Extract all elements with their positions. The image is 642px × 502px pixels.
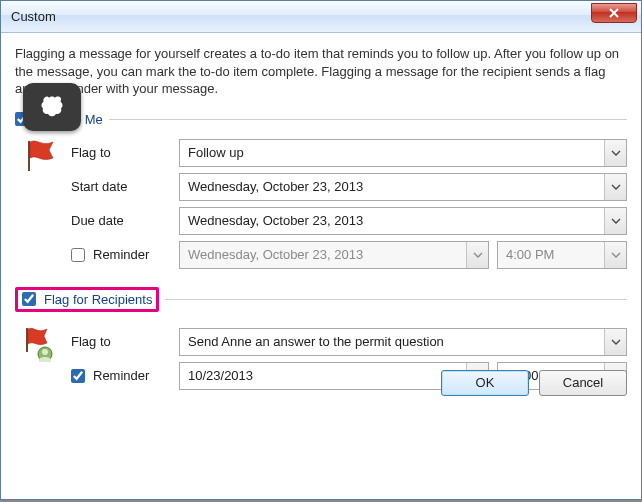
start-date-label: Start date (71, 179, 179, 194)
start-date-value: Wednesday, October 23, 2013 (180, 174, 604, 200)
reminder-me-label: Reminder (93, 247, 149, 262)
chevron-down-icon (611, 218, 621, 224)
flag-to-label-me: Flag to (71, 145, 179, 160)
flag-to-combo-me[interactable]: Follow up (179, 139, 627, 167)
divider (165, 299, 627, 300)
cancel-button[interactable]: Cancel (539, 370, 627, 396)
flag-recipients-icon-area (19, 322, 63, 396)
reminder-me-date-value: Wednesday, October 23, 2013 (180, 242, 466, 268)
dropdown-arrow[interactable] (604, 208, 626, 234)
dropdown-arrow[interactable] (604, 329, 626, 355)
flag-to-value-me: Follow up (180, 140, 604, 166)
reminder-rec-date-value: 10/23/2013 (180, 363, 466, 389)
chevron-down-icon (611, 150, 621, 156)
close-icon (608, 7, 620, 19)
description-text: Flagging a message for yourself creates … (15, 45, 627, 98)
flag-to-label-rec: Flag to (71, 334, 179, 349)
window-title: Custom (11, 9, 591, 24)
start-date-combo[interactable]: Wednesday, October 23, 2013 (179, 173, 627, 201)
ok-button[interactable]: OK (441, 370, 529, 396)
reminder-me-checkbox[interactable] (71, 248, 85, 262)
section-header-flag-recipients: Flag for Recipients (15, 283, 627, 316)
dropdown-arrow[interactable] (604, 140, 626, 166)
titlebar: Custom (1, 1, 641, 33)
chevron-down-icon (611, 252, 621, 258)
flag-to-combo-rec[interactable]: Send Anne an answer to the permit questi… (179, 328, 627, 356)
chevron-down-icon (473, 252, 483, 258)
highlight-box: Flag for Recipients (15, 287, 159, 312)
dropdown-arrow[interactable] (466, 242, 488, 268)
recipient-flag-icon (21, 326, 61, 366)
flag-for-recipients-label: Flag for Recipients (44, 292, 152, 307)
section-header-flag-me: Flag for Me (15, 112, 627, 127)
custom-flag-dialog: Custom Flagging a message for yourself c… (0, 0, 642, 500)
chevron-down-icon (611, 184, 621, 190)
svg-point-1 (42, 349, 48, 355)
dropdown-arrow[interactable] (604, 242, 626, 268)
overlay-badge (23, 83, 81, 131)
chevron-down-icon (611, 339, 621, 345)
flag-me-icon-area (19, 133, 63, 275)
dropdown-arrow[interactable] (604, 174, 626, 200)
reminder-rec-label: Reminder (93, 368, 149, 383)
due-date-combo[interactable]: Wednesday, October 23, 2013 (179, 207, 627, 235)
flag-to-value-rec: Send Anne an answer to the permit questi… (180, 329, 604, 355)
due-date-value: Wednesday, October 23, 2013 (180, 208, 604, 234)
close-button[interactable] (591, 3, 637, 23)
reminder-rec-checkbox[interactable] (71, 369, 85, 383)
red-flag-icon (23, 137, 59, 173)
reminder-me-date-combo[interactable]: Wednesday, October 23, 2013 (179, 241, 489, 269)
reminder-me-time-combo[interactable]: 4:00 PM (497, 241, 627, 269)
flag-for-recipients-checkbox[interactable] (22, 292, 36, 306)
reminder-me-time-value: 4:00 PM (498, 242, 604, 268)
due-date-label: Due date (71, 213, 179, 228)
divider (109, 119, 627, 120)
brain-icon (38, 93, 66, 121)
